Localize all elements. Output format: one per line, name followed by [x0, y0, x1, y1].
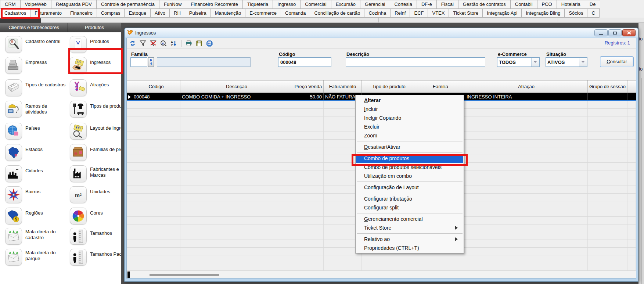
familia-f4-button[interactable]: F4 [148, 57, 154, 67]
sidebar-item-cidades[interactable]: Cidades [5, 165, 66, 182]
sidebar-item-cadastro-central[interactable]: Cadastro central [5, 36, 66, 53]
grid-header-atracao[interactable]: Atração [465, 80, 588, 93]
zoom-n-icon[interactable]: n [160, 40, 167, 47]
context-item-zoom[interactable]: Zoom [356, 131, 463, 140]
context-item-utilizacao-em-combo[interactable]: Utilização em combo [356, 172, 463, 180]
chevron-down-icon[interactable] [531, 58, 539, 66]
menu-item-gestao-contratos[interactable]: Gestão de contratos [458, 0, 511, 9]
sidebar-item-unidades[interactable]: m² Unidades [70, 186, 121, 203]
ecommerce-select[interactable]: TODOS [497, 57, 540, 67]
filter-remove-icon[interactable] [150, 40, 157, 47]
grid-header-familia[interactable]: Familia [416, 80, 465, 93]
menu-item-conciliacao-cartao[interactable]: Conciliação de cartão [310, 9, 364, 18]
descricao-input[interactable] [346, 57, 485, 67]
sidebar-item-cores[interactable]: Cores [70, 208, 121, 224]
minimize-button[interactable] [594, 29, 608, 36]
close-button[interactable] [622, 29, 636, 36]
grid-header-grupo-sessao[interactable]: Grupo de sessão [588, 80, 627, 93]
sidebar-item-mala-direta-parque[interactable]: Mala direta do parque [5, 249, 66, 266]
menu-item-gerencial[interactable]: Gerencial [360, 0, 390, 9]
menu-item-ativo[interactable]: Ativo [150, 9, 170, 18]
context-item-alterar[interactable]: Alterar [356, 96, 463, 105]
grid-header-descricao[interactable]: Descrição [180, 80, 293, 93]
menu-item-controle-permanencia[interactable]: Controle de permanência [96, 0, 159, 9]
menu-item-funnow[interactable]: FunNow [159, 0, 186, 9]
sidebar-item-mala-direta-cadastro[interactable]: Mala direta do cadastro [5, 228, 66, 245]
codigo-input[interactable] [278, 57, 331, 67]
context-item-configuracao-layout[interactable]: Configuração de Layout [356, 183, 463, 192]
sidebar-item-estados[interactable]: Estados [5, 144, 66, 161]
menu-item-fiscal[interactable]: Fiscal [436, 0, 458, 9]
sidebar-item-layout-de-ingressos[interactable]: Layout de Ingre [70, 123, 121, 140]
chevron-down-icon[interactable] [579, 58, 587, 66]
menu-item-cozinha[interactable]: Cozinha [364, 9, 391, 18]
menu-item-pco[interactable]: PCO [537, 0, 557, 9]
ia-chip-icon[interactable]: IA [206, 40, 213, 47]
menu-item-dfe[interactable]: DF-e [417, 0, 437, 9]
tab-produtos[interactable]: Produtos [68, 23, 121, 32]
menu-item-rh[interactable]: RH [169, 9, 185, 18]
context-item-incluir-copiando[interactable]: Incluir Copiando [356, 114, 463, 122]
menu-item-integracao-bling[interactable]: Integração Bling [521, 9, 565, 18]
context-item-relativo-ao[interactable]: Relativo ao [356, 235, 463, 244]
menu-item-socios[interactable]: Sócios [564, 9, 587, 18]
sidebar-item-tipos-de-cadastros[interactable]: Tipos de cadastros [5, 79, 66, 96]
sidebar-item-bairros[interactable]: Bairros [5, 186, 66, 203]
sort-az-icon[interactable]: AZ [170, 40, 177, 47]
sidebar-item-empresas[interactable]: Empresas [5, 57, 66, 74]
sidebar-item-atracoes[interactable]: Atrações [70, 79, 121, 96]
scrollbar-thumb[interactable] [150, 274, 219, 276]
menu-item-excursao[interactable]: Excursão [331, 0, 360, 9]
menu-item-pulseira[interactable]: Pulseira [185, 9, 211, 18]
sidebar-item-tipos-de-produtos[interactable]: Tipos de produt [70, 101, 121, 118]
sidebar-item-ramos-de-atividades[interactable]: Ramos de atividades [5, 101, 66, 118]
sidebar-item-fabricantes-e-marcas[interactable]: Fabricantes e Marcas [70, 165, 121, 182]
menu-item-compras[interactable]: Compras [97, 9, 125, 18]
situacao-select[interactable]: ATIVOS [546, 57, 587, 67]
menu-item-tiqueteria[interactable]: Tiqueteria [242, 0, 273, 9]
menu-item-estoque[interactable]: Estoque [124, 9, 151, 18]
menu-item-integracao-api[interactable]: Integração Api [482, 9, 522, 18]
context-item-configurar-tributacao[interactable]: Configurar tributação [356, 194, 463, 203]
menu-item-clipped[interactable]: De [585, 0, 601, 9]
sidebar-item-regioes[interactable]: $ Regiões [5, 208, 66, 224]
menu-item-comanda[interactable]: Comanda [281, 9, 310, 18]
menu-item-clipped2[interactable]: C [587, 9, 599, 18]
menu-item-retaguarda-pdv[interactable]: Retaguarda PDV [51, 0, 97, 9]
menu-item-ecf[interactable]: ECF [410, 9, 428, 18]
menu-item-ecommerce[interactable]: E-commerce [245, 9, 281, 18]
context-item-propriedades[interactable]: Propriedades (CTRL+T) [356, 244, 463, 252]
grid-header-faturamento[interactable]: Faturamento [324, 80, 362, 93]
menu-item-contabil[interactable]: Contabil [510, 0, 537, 9]
menu-item-financeiro-recorrente[interactable]: Financeiro Recorrente [186, 0, 243, 9]
sidebar-item-tamanhos-padrao[interactable]: Tamanhos Padrã [70, 249, 121, 266]
sidebar-item-paises[interactable]: Países [5, 123, 66, 140]
grid-header-codigo[interactable]: Código [132, 80, 180, 93]
context-item-gerenciamento-comercial[interactable]: Gerenciamento comercial [356, 215, 463, 223]
registros-link[interactable]: Registros: 1 [605, 40, 630, 46]
sidebar-item-familias-de-produtos[interactable]: Famílias de prod [70, 144, 121, 161]
context-item-configurar-split[interactable]: Configurar split [356, 203, 463, 212]
menu-item-cortesia[interactable]: Cortesia [390, 0, 417, 9]
context-item-ticket-store[interactable]: Ticket Store [356, 223, 463, 232]
menu-item-ingresso[interactable]: Ingresso [273, 0, 301, 9]
print-icon[interactable] [185, 40, 193, 47]
save-icon[interactable] [195, 40, 203, 47]
menu-item-vtex[interactable]: VTEX [428, 9, 449, 18]
refresh-icon[interactable] [129, 40, 136, 47]
menu-item-reinf[interactable]: Reinf [390, 9, 410, 18]
menu-item-ticket-store[interactable]: Ticket Store [449, 9, 483, 18]
context-item-incluir[interactable]: Incluir [356, 105, 463, 114]
consultar-button[interactable]: Consultar [600, 56, 634, 67]
tab-clientes-fornecedores[interactable]: Clientes e fornecedores [0, 23, 68, 32]
horizontal-scrollbar[interactable] [127, 271, 636, 278]
grid-header-tipo-de-produto[interactable]: Tipo de produto [362, 80, 416, 93]
menu-item-manutencao[interactable]: Manutenção [211, 9, 246, 18]
menu-item-financeiro[interactable]: Financeiro [66, 9, 97, 18]
menu-item-hotelaria[interactable]: Hotelaria [557, 0, 585, 9]
context-item-desativar-ativar[interactable]: Desativar/Ativar [356, 143, 463, 151]
grid-header-preco-venda[interactable]: Preço Venda [293, 80, 324, 93]
maximize-button[interactable] [608, 29, 622, 36]
filter-icon[interactable] [139, 40, 147, 47]
menu-item-comercial[interactable]: Comercial [300, 0, 331, 9]
